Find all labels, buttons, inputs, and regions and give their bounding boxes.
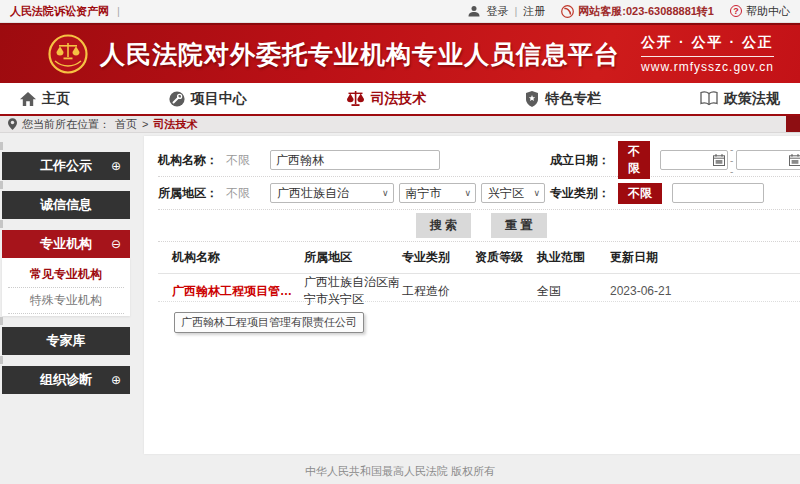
- sidebar-item-label: 专家库: [47, 332, 86, 350]
- breadcrumb-prefix: 您当前所在位置：: [22, 117, 110, 132]
- slogan: 公开 · 公平 · 公正: [641, 34, 774, 57]
- province-select[interactable]: 广西壮族自治 ∨: [270, 183, 394, 203]
- submenu-item-special-orgs[interactable]: 特殊专业机构: [8, 288, 124, 314]
- reset-button[interactable]: 重 置: [491, 213, 546, 238]
- org-name-unlimited[interactable]: 不限: [226, 152, 270, 169]
- nav-project-center[interactable]: 项目中心: [169, 90, 247, 108]
- city-select[interactable]: 南宁市 ∨: [399, 183, 476, 203]
- chevron-down-icon: ∨: [464, 188, 471, 198]
- col-org-name: 机构名称: [172, 249, 304, 266]
- content-panel: 机构名称： 不限 成立日期： 不限 --- 所属地区：: [144, 136, 800, 454]
- sidebar-item-label: 组织诊断: [40, 371, 92, 389]
- cell-updated: 2023-06-21: [610, 284, 800, 298]
- col-scope: 执业范围: [537, 249, 610, 266]
- province-select-value: 广西壮族自治: [277, 185, 349, 202]
- org-name-tooltip: 广西翰林工程项目管理有限责任公司: [174, 312, 364, 333]
- nav-featured-column-label: 特色专栏: [545, 90, 601, 108]
- sidebar: 工作公示 ⊕ 诚信信息 专业机构 ⊖ 常见专业机构 特殊专业机构 专家库 组织诊…: [0, 133, 130, 405]
- district-select[interactable]: 兴宁区 ∨: [481, 183, 545, 203]
- col-region: 所属地区: [304, 249, 402, 266]
- sidebar-submenu: 常见专业机构 特殊专业机构: [2, 258, 130, 316]
- nav-policy-label: 政策法规: [724, 90, 780, 108]
- asset-site-link[interactable]: 人民法院诉讼资产网: [10, 4, 109, 19]
- sidebar-item-expert-pool[interactable]: 专家库: [2, 327, 130, 355]
- category-unlimited-button[interactable]: 不限: [618, 183, 662, 204]
- table-header: 机构名称 所属地区 专业类别 资质等级 执业范围 更新日期: [158, 242, 800, 274]
- nav-featured-column[interactable]: 特色专栏: [525, 90, 601, 108]
- cell-scope: 全国: [537, 283, 610, 300]
- breadcrumb-separator: >: [142, 118, 148, 130]
- help-center-link[interactable]: 帮助中心: [746, 4, 790, 19]
- user-icon: [468, 5, 480, 17]
- login-register-separator: |: [514, 5, 517, 17]
- main-area: 工作公示 ⊕ 诚信信息 专业机构 ⊖ 常见专业机构 特殊专业机构 专家库 组织诊…: [0, 133, 800, 454]
- establish-date-label: 成立日期：: [550, 152, 618, 169]
- scales-icon: [346, 90, 365, 107]
- sidebar-item-label: 工作公示: [40, 157, 92, 175]
- category-input[interactable]: [672, 183, 764, 203]
- calendar-icon: [789, 154, 800, 166]
- col-grade: 资质等级: [475, 249, 537, 266]
- project-icon: [169, 91, 185, 107]
- filter-row-2: 所属地区： 不限 广西壮族自治 ∨ 南宁市 ∨ 兴宁区 ∨ 专业类别： 不限: [158, 177, 800, 210]
- site-banner: 人民法院对外委托专业机构专业人员信息平台 公开 · 公平 · 公正 www.rm…: [0, 23, 800, 83]
- footer-copyright: 中华人民共和国最高人民法院 版权所有: [0, 464, 800, 479]
- login-link[interactable]: 登录: [486, 4, 508, 19]
- category-label: 专业类别：: [550, 185, 618, 202]
- phone-icon: [561, 5, 574, 18]
- cell-region: 广西壮族自治区南宁市兴宁区: [304, 274, 402, 308]
- register-link[interactable]: 注册: [523, 4, 545, 19]
- collapse-icon[interactable]: ⊖: [111, 237, 121, 251]
- table-row: 广西翰林工程项目管理有限责任... 广西壮族自治区南宁市兴宁区 工程造价 全国 …: [158, 274, 800, 302]
- col-category: 专业类别: [402, 249, 475, 266]
- book-icon: [700, 91, 718, 106]
- sidebar-item-work-publicity[interactable]: 工作公示 ⊕: [2, 152, 130, 180]
- filter-actions: 搜 索 重 置: [158, 210, 800, 242]
- location-pin-icon: [8, 118, 17, 130]
- date-range-separator: ---: [730, 144, 734, 177]
- main-nav: 主页 项目中心 司法技术 特色专栏 政策法规: [0, 83, 800, 116]
- topbar-separator: |: [117, 5, 120, 17]
- sidebar-item-integrity-info[interactable]: 诚信信息: [2, 191, 130, 219]
- org-name-input[interactable]: [270, 150, 440, 170]
- calendar-icon: [713, 154, 725, 166]
- nav-home-label: 主页: [42, 90, 70, 108]
- nav-home[interactable]: 主页: [20, 90, 70, 108]
- date-to-box: [736, 150, 800, 170]
- breadcrumb-edge-marker: [786, 116, 800, 132]
- cell-category: 工程造价: [402, 283, 475, 300]
- sidebar-item-label: 专业机构: [40, 235, 92, 253]
- breadcrumb-home-link[interactable]: 首页: [115, 117, 137, 132]
- help-icon: ?: [730, 5, 742, 17]
- submenu-item-common-orgs[interactable]: 常见专业机构: [8, 262, 124, 288]
- region-unlimited[interactable]: 不限: [226, 185, 270, 202]
- org-name-link[interactable]: 广西翰林工程项目管理有限责任...: [172, 283, 304, 300]
- expand-icon[interactable]: ⊕: [111, 159, 121, 173]
- service-phone: 网站客服:023-63088881转1: [578, 4, 714, 19]
- establish-date-unlimited-button[interactable]: 不限: [618, 141, 650, 179]
- platform-title: 人民法院对外委托专业机构专业人员信息平台: [100, 38, 620, 71]
- sidebar-item-org-diagnosis[interactable]: 组织诊断 ⊕: [2, 366, 130, 394]
- chevron-down-icon: ∨: [382, 188, 389, 198]
- breadcrumb: 您当前所在位置： 首页 > 司法技术: [0, 116, 800, 133]
- region-label: 所属地区：: [158, 185, 226, 202]
- badge-icon: [525, 91, 539, 107]
- filter-row-1: 机构名称： 不限 成立日期： 不限 ---: [158, 144, 800, 177]
- chevron-down-icon: ∨: [533, 188, 540, 198]
- nav-judicial-tech[interactable]: 司法技术: [346, 90, 427, 108]
- home-icon: [20, 92, 36, 106]
- top-utility-bar: 人民法院诉讼资产网 | 登录 | 注册 网站客服:023-63088881转1 …: [0, 0, 800, 23]
- nav-judicial-tech-label: 司法技术: [371, 90, 427, 108]
- nav-project-center-label: 项目中心: [191, 90, 247, 108]
- district-select-value: 兴宁区: [488, 185, 524, 202]
- col-updated: 更新日期: [610, 249, 800, 266]
- breadcrumb-current: 司法技术: [153, 117, 197, 132]
- search-button[interactable]: 搜 索: [416, 213, 471, 238]
- sidebar-item-professional-orgs[interactable]: 专业机构 ⊖: [2, 230, 130, 258]
- nav-policy[interactable]: 政策法规: [700, 90, 780, 108]
- site-url: www.rmfysszc.gov.cn: [641, 60, 774, 74]
- city-select-value: 南宁市: [406, 185, 442, 202]
- expand-icon[interactable]: ⊕: [111, 373, 121, 387]
- court-emblem-icon: [48, 34, 88, 74]
- date-from-box: [660, 150, 728, 170]
